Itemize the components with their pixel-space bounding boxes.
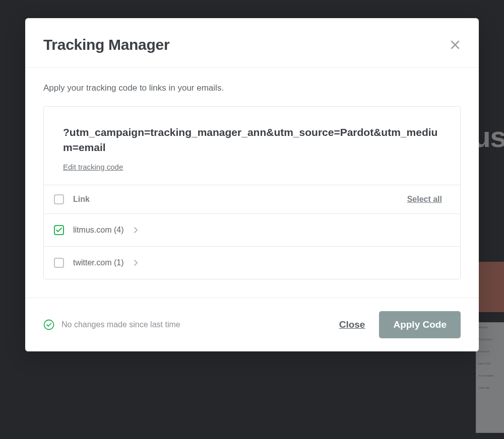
link-row[interactable]: twitter.com (1) xyxy=(44,247,460,279)
edit-tracking-link[interactable]: Edit tracking code xyxy=(63,163,123,171)
link-row-checkbox[interactable] xyxy=(54,225,64,235)
modal-header: Tracking Manager xyxy=(25,18,479,68)
header-left: Link xyxy=(54,194,90,204)
chevron-right-icon xyxy=(134,227,138,233)
close-icon[interactable] xyxy=(450,39,461,50)
status-group: No changes made since last time xyxy=(43,319,180,330)
footer-actions: Close Apply Code xyxy=(339,311,461,338)
link-row-domain: twitter.com (1) xyxy=(73,258,123,267)
modal-body: Apply your tracking code to links in you… xyxy=(25,68,479,298)
svg-point-0 xyxy=(44,320,54,329)
link-row-checkbox[interactable] xyxy=(54,258,64,268)
links-table-header: Link Select all xyxy=(44,185,460,214)
apply-code-button[interactable]: Apply Code xyxy=(379,311,461,338)
status-text: No changes made since last time xyxy=(61,320,180,329)
modal-subtitle: Apply your tracking code to links in you… xyxy=(43,83,461,93)
tracking-code-value: ?utm_campaign=tracking_manager_ann&utm_s… xyxy=(63,125,441,156)
links-card: ?utm_campaign=tracking_manager_ann&utm_s… xyxy=(43,106,461,279)
link-row-domain: litmus.com (4) xyxy=(73,226,123,235)
chevron-right-icon xyxy=(134,260,138,266)
link-row[interactable]: litmus.com (4) xyxy=(44,214,460,247)
close-button[interactable]: Close xyxy=(339,319,365,330)
modal-footer: No changes made since last time Close Ap… xyxy=(25,298,479,351)
tracking-code-block: ?utm_campaign=tracking_manager_ann&utm_s… xyxy=(44,107,460,185)
tracking-manager-modal: Tracking Manager Apply your tracking cod… xyxy=(25,18,479,351)
link-column-label: Link xyxy=(73,195,90,204)
select-all-checkbox[interactable] xyxy=(54,194,64,204)
select-all-link[interactable]: Select all xyxy=(407,195,442,204)
check-circle-icon xyxy=(43,319,54,330)
modal-title: Tracking Manager xyxy=(43,36,169,53)
